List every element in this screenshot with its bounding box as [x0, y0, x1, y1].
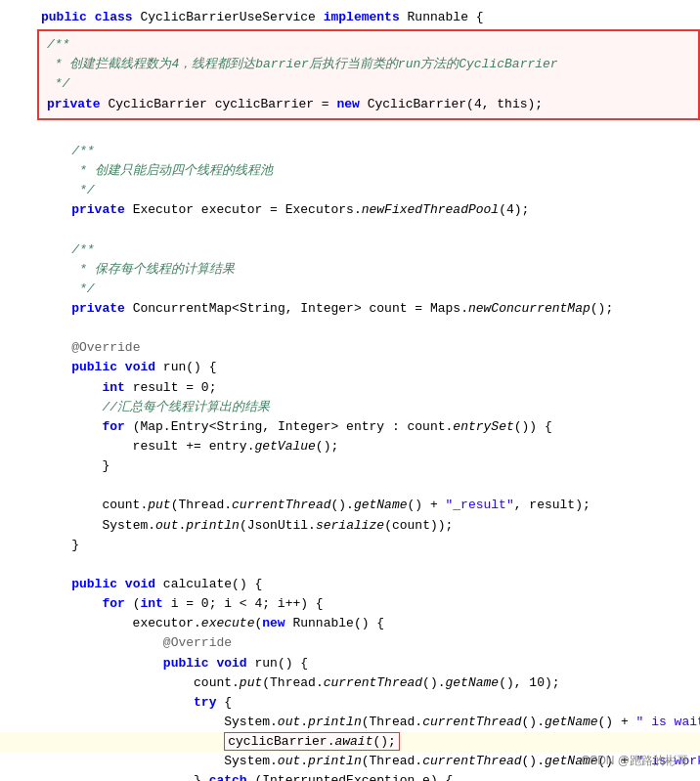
code-line: public void run() { [0, 654, 700, 673]
code-line: /** [39, 35, 698, 55]
code-line: try { [0, 693, 700, 713]
code-line: System.out.println(JsonUtil.serialize(co… [0, 516, 700, 536]
code-line: * 创建只能启动四个线程的线程池 [0, 161, 700, 181]
code-line: public void run() { [0, 358, 700, 377]
code-line [0, 555, 700, 575]
code-line: System.out.println(Thread.currentThread(… [0, 713, 700, 732]
code-line: private CyclicBarrier cyclicBarrier = ne… [39, 95, 698, 114]
code-line: private ConcurrentMap<String, Integer> c… [0, 299, 700, 319]
code-line: int result = 0; [0, 378, 700, 398]
code-line: /** [0, 240, 700, 260]
code-line: public class CyclicBarrierUseService imp… [0, 8, 700, 27]
code-line: count.put(Thread.currentThread().getName… [0, 496, 700, 515]
code-line [0, 476, 700, 496]
highlight-await-line: cyclicBarrier.await(); [0, 732, 700, 752]
code-line: } [0, 536, 700, 555]
code-line: /** [0, 142, 700, 161]
code-line: executor.execute(new Runnable() { [0, 614, 700, 633]
code-line: */ [0, 280, 700, 299]
code-line: for (Map.Entry<String, Integer> entry : … [0, 417, 700, 437]
code-line: result += entry.getValue(); [0, 437, 700, 456]
code-line [0, 220, 700, 239]
red-box-section: /** * 创建拦截线程数为4，线程都到达barrier后执行当前类的run方法… [37, 29, 700, 120]
code-line: * 创建拦截线程数为4，线程都到达barrier后执行当前类的run方法的Cyc… [39, 55, 698, 74]
code-line: * 保存每个线程的计算结果 [0, 260, 700, 280]
code-line: public void calculate() { [0, 575, 700, 594]
code-line: private Executor executor = Executors.ne… [0, 200, 700, 220]
code-line: } [0, 456, 700, 476]
code-line: @Override [0, 338, 700, 358]
code-line: } catch (InterruptedException e) { [0, 771, 700, 781]
code-line: */ [0, 181, 700, 200]
code-line [0, 122, 700, 142]
code-line: @Override [0, 633, 700, 653]
code-line: //汇总每个线程计算出的结果 [0, 398, 700, 417]
code-line: */ [39, 74, 698, 94]
code-line [0, 319, 700, 338]
watermark: CSDN @跑路的彬哥 [581, 753, 688, 769]
code-line: count.put(Thread.currentThread().getName… [0, 673, 700, 693]
code-container: public class CyclicBarrierUseService imp… [0, 0, 700, 781]
code-line: for (int i = 0; i < 4; i++) { [0, 594, 700, 614]
